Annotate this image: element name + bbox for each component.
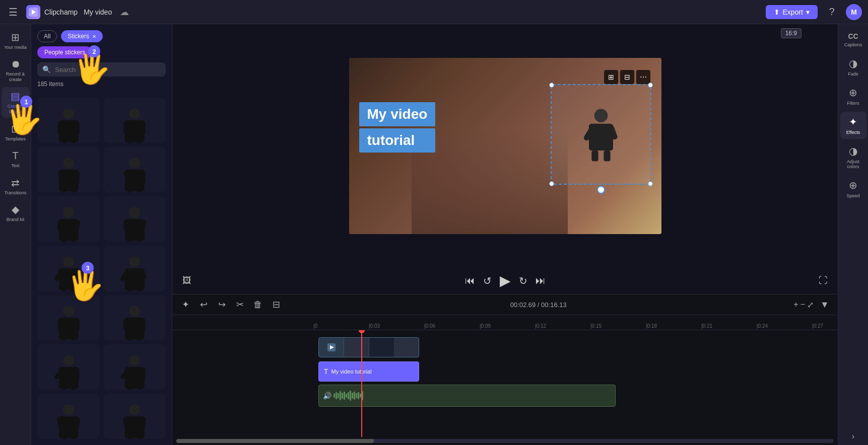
forward-button[interactable]: ↻: [519, 275, 527, 287]
corner-handle-bl[interactable]: [549, 181, 554, 186]
list-item[interactable]: "I love you" ASL ...": [104, 246, 166, 291]
cut-button[interactable]: ✂: [233, 298, 247, 312]
sticker-crop-button[interactable]: ⊞: [604, 70, 618, 84]
video-clip[interactable]: [318, 337, 419, 357]
redo-button[interactable]: ↪: [215, 298, 229, 312]
list-item[interactable]: "I love you" ASL ...": [37, 246, 100, 291]
fade-icon: ◑: [849, 57, 857, 69]
list-item[interactable]: "Turn on caption...": [104, 295, 166, 340]
preview-canvas-wrapper: My video tutorial ⊞ ⊟ ⋯: [172, 24, 838, 267]
svg-rect-28: [57, 220, 62, 231]
list-item[interactable]: "I love you" ASL ...": [37, 295, 100, 340]
svg-rect-34: [124, 220, 128, 231]
corner-handle-tl[interactable]: [549, 83, 554, 88]
ruler-mark: |0:12: [535, 323, 590, 329]
right-sidebar-item-effects[interactable]: ✦ Effects: [840, 112, 866, 139]
right-sidebar-item-fade[interactable]: ◑ Fade: [840, 53, 866, 81]
video-title[interactable]: My video: [84, 8, 112, 16]
filter-people-stickers[interactable]: People stickers: [37, 46, 92, 58]
preview-area: 16:9 My video: [172, 24, 838, 294]
list-item[interactable]: "Don't forget to...": [37, 394, 100, 439]
collapse-timeline-button[interactable]: ▼: [818, 298, 832, 312]
svg-rect-12: [127, 142, 132, 143]
svg-point-80: [129, 404, 140, 415]
filter-stickers[interactable]: Stickers ✕: [61, 30, 103, 42]
rewind-button[interactable]: ↺: [483, 275, 492, 287]
timeline-scroll-thumb[interactable]: [176, 439, 374, 443]
text-clip-icon: T: [324, 367, 328, 376]
svg-rect-84: [127, 438, 132, 439]
right-sidebar-item-speed[interactable]: ⊕ Speed: [840, 175, 866, 202]
svg-point-32: [129, 207, 140, 218]
text-clip[interactable]: T My video tutorial: [318, 361, 419, 382]
content-panel-header: All Stickers ✕ People stickers 🔍 185 ite…: [31, 24, 172, 98]
sticker-more-button[interactable]: ⋯: [636, 70, 650, 84]
sidebar-item-brand-kit[interactable]: ◆ Brand kit: [2, 200, 30, 226]
svg-rect-42: [61, 290, 66, 291]
right-sidebar-item-filters[interactable]: ⊕ Filters: [840, 83, 866, 110]
sticker-overlay[interactable]: ⊞ ⊟ ⋯: [551, 84, 651, 185]
cloud-icon: ☁: [120, 7, 129, 18]
search-input[interactable]: [55, 66, 161, 73]
svg-rect-43: [71, 290, 76, 291]
svg-rect-55: [71, 339, 76, 340]
list-item[interactable]: "Welcome" ASL ...": [37, 344, 100, 390]
right-sidebar-item-captions[interactable]: CC Captions: [840, 28, 866, 51]
right-sidebar-item-adjust-colors[interactable]: ◑ Adjust colors: [840, 141, 866, 173]
sidebar-item-transitions[interactable]: ⇄ Transitions: [2, 174, 30, 199]
sidebar-item-record-create[interactable]: ⏺ Record & create: [2, 55, 30, 86]
clip-frame: [369, 338, 394, 357]
skip-end-button[interactable]: ⏭: [536, 275, 546, 286]
filter-stickers-close[interactable]: ✕: [92, 34, 96, 39]
sidebar-item-your-media[interactable]: ⊞ Your media: [2, 28, 30, 53]
help-button[interactable]: ?: [824, 4, 840, 20]
list-item[interactable]: "Don't forget to...": [104, 394, 166, 439]
sidebar-item-content-library[interactable]: ▤ Content library: [2, 87, 30, 118]
list-item[interactable]: "Happy birthday,...": [37, 196, 100, 242]
svg-rect-58: [124, 319, 128, 331]
content-panel: All Stickers ✕ People stickers 🔍 185 ite…: [31, 24, 172, 445]
audio-clip[interactable]: 🔊: [318, 385, 616, 407]
ruler-mark: |0:09: [480, 323, 535, 329]
list-item[interactable]: "Happy birthday,...": [104, 147, 166, 192]
sidebar-item-templates[interactable]: ⊡ Templates: [2, 120, 30, 145]
sticker-pip-button[interactable]: ⊟: [620, 70, 634, 84]
undo-button[interactable]: ↩: [196, 298, 211, 312]
list-item[interactable]: "Happy birthday,...": [104, 196, 166, 242]
export-icon: ⬆: [774, 8, 780, 16]
sticker-overlay-inner: [552, 85, 650, 184]
list-item[interactable]: "Welcome" ASL ...": [104, 344, 166, 390]
search-bar: 🔍: [37, 62, 166, 77]
filter-all[interactable]: All: [37, 30, 57, 42]
fullscreen-button[interactable]: ⛶: [819, 275, 828, 286]
filter-row: All Stickers ✕: [37, 30, 166, 42]
list-item[interactable]: "Happy birthday,...": [37, 147, 100, 192]
hamburger-button[interactable]: ☰: [6, 5, 20, 19]
timeline-track-audio: 🔊: [313, 384, 838, 408]
list-item[interactable]: "Happy annivers...": [104, 98, 166, 143]
corner-handle-br[interactable]: [648, 181, 653, 186]
lock-button[interactable]: ⊟: [269, 298, 283, 312]
fit-button[interactable]: ⤢: [807, 300, 814, 310]
corner-handle-tr[interactable]: [648, 83, 653, 88]
delete-button[interactable]: 🗑: [251, 298, 265, 312]
collapse-right-button[interactable]: ›: [852, 432, 854, 441]
zoom-in-button[interactable]: +: [793, 300, 798, 309]
rotate-handle[interactable]: [597, 186, 605, 194]
app-name: Clipchamp: [44, 8, 78, 16]
timeline-scrollbar[interactable]: [176, 439, 834, 443]
ruler-mark: |0:06: [424, 323, 480, 329]
export-button[interactable]: ⬆ Export ▾: [766, 5, 818, 19]
list-item[interactable]: "Happy annivers...": [37, 98, 100, 143]
magic-tool-button[interactable]: ✦: [178, 298, 192, 312]
svg-rect-66: [61, 389, 66, 390]
skip-start-button[interactable]: ⏮: [465, 275, 475, 286]
adjust-colors-icon: ◑: [849, 145, 857, 157]
sticker-library-button[interactable]: 🖼: [182, 275, 191, 286]
zoom-out-button[interactable]: −: [800, 300, 805, 309]
sidebar-item-text[interactable]: T Text: [2, 147, 30, 172]
avatar[interactable]: M: [846, 4, 862, 20]
text-icon: T: [12, 150, 18, 162]
clip-frame: [344, 338, 369, 357]
play-button[interactable]: ▶: [500, 272, 511, 289]
